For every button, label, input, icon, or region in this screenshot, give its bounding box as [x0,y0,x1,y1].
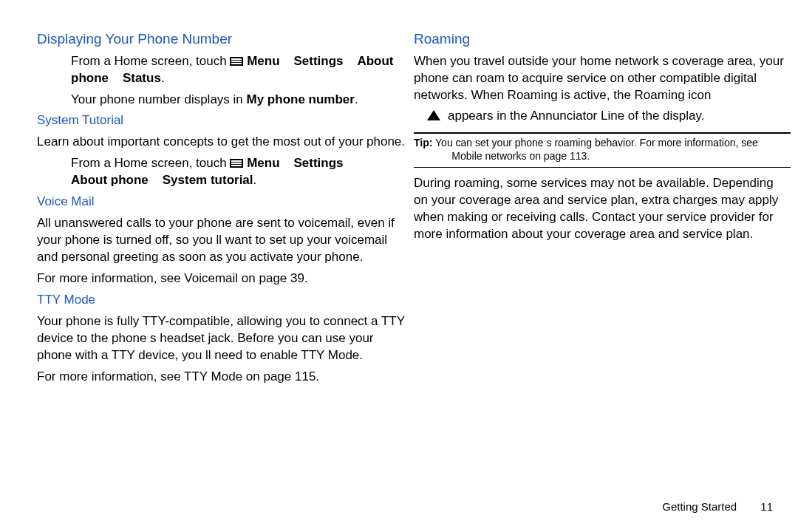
paragraph-voicemail: All unanswered calls to your phone are s… [37,215,406,266]
bold-settings: Settings [293,54,343,68]
left-column: Displaying Your Phone Number From a Home… [37,27,406,390]
text: on page 39. [238,271,308,285]
tip-label: Tip: [414,137,432,149]
heading-tty-mode: TTY Mode [37,292,406,309]
tip-roaming: Tip: You can set your phone s roaming be… [414,137,791,163]
bold-status: Status [123,71,161,85]
text: From a Home screen, touch [71,54,227,68]
step-display-number: From a Home screen, touch Menu Settings … [37,53,406,87]
text-contact: Contact [592,210,635,224]
paragraph-tty-ref: For more information, see TTY Mode on pa… [37,369,406,386]
bold-my-phone-number: My phone number [247,92,355,106]
bold-phone: phone [71,71,109,85]
paragraph-roaming-1: When you travel outside your home networ… [414,53,791,104]
text: appears in the Annunciator Line of the d… [448,109,704,123]
tip-ref: Mobile networks [451,150,526,162]
text: For more information, see [37,369,184,383]
step-system-tutorial: From a Home screen, touch Menu Settings … [37,155,406,189]
bold-system-tutorial: System tutorial [163,173,253,187]
ref-voicemail: Voicemail [184,271,238,285]
bold-menu: Menu [247,156,279,170]
period: . [355,92,358,106]
paragraph-voicemail-ref: For more information, see Voicemail on p… [37,270,406,287]
bold-about-phone: About phone [71,173,149,187]
text: From a Home screen, touch [71,156,227,170]
triangle-up-icon [427,110,440,120]
text: For more information, see [37,271,184,285]
heading-display-phone-number: Displaying Your Phone Number [37,30,406,49]
heading-voice-mail: Voice Mail [37,194,406,211]
footer-page-number: 11 [760,500,773,513]
paragraph-tty: Your phone is fully TTY-compatible, allo… [37,313,406,364]
ref-tty: TTY Mode [184,369,242,383]
page-footer: Getting Started 11 [662,500,773,513]
bold-settings: Settings [293,156,343,170]
menu-icon [230,57,243,66]
bold-menu: Menu [247,54,279,68]
heading-roaming: Roaming [414,30,791,49]
divider-thin [414,167,791,168]
divider-thick [414,132,791,134]
paragraph-roaming-icon-line: appears in the Annunciator Line of the d… [414,108,791,125]
result-display-number: Your phone number displays in My phone n… [37,92,406,109]
period: . [161,71,165,85]
paragraph-roaming-2: During roaming, some services may not be… [414,175,791,243]
heading-system-tutorial: System Tutorial [37,112,406,129]
footer-section: Getting Started [662,500,737,513]
text: Your phone number displays in [71,92,247,106]
tip-text: You can set your phone s roaming behavio… [435,137,758,149]
paragraph-tutorial-intro: Learn about important concepts to get th… [37,134,406,151]
right-column: Roaming When you travel outside your hom… [414,27,791,390]
bold-about: About [357,54,393,68]
period: . [253,173,257,187]
text: on page 115. [242,369,319,383]
menu-icon [230,159,243,168]
tip-text: on page 113. [527,150,590,162]
